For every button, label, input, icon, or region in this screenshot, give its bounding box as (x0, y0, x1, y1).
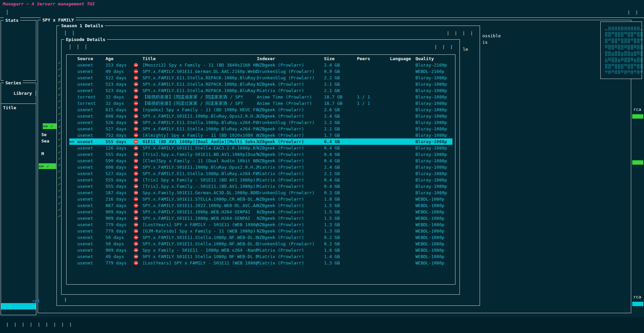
cell-language (390, 158, 415, 164)
table-row[interactable]: usenet 887 days SPY.x.FAMILY.S01E11.2022… (69, 202, 452, 209)
tab-history[interactable] (62, 30, 69, 36)
series-item[interactable] (1, 137, 36, 143)
selected-season-fragment[interactable]: => ✓ (43, 123, 57, 129)
column-header-peers[interactable]: Peers (357, 55, 390, 62)
cell-source: usenet (77, 138, 106, 145)
cell-size: 0.2 GB (324, 241, 357, 247)
series-item[interactable] (1, 169, 36, 175)
series-item[interactable] (1, 143, 36, 150)
tab-manual-search[interactable] (69, 30, 77, 36)
series-item[interactable] (1, 118, 36, 124)
series-item[interactable] (1, 156, 36, 163)
table-row[interactable]: usenet 527 days SPY.x.FAMILY.E11.Stella.… (69, 126, 452, 132)
table-row[interactable]: usenet 126 days SPY.X.FAMILY.S01E11.Stel… (69, 145, 452, 151)
table-row[interactable]: torrent 32 days 【喵萌奶茶屋】[間諜過家家 / 間諜家家酒 / … (69, 94, 452, 100)
series-item[interactable] (1, 112, 36, 118)
table-row[interactable]: usenet 590 days [Cleo]Spy x Family - 11 … (69, 158, 452, 164)
series-item[interactable] (1, 258, 36, 265)
table-row[interactable]: usenet 153 days [Moozzi2] Spy x Family -… (69, 62, 452, 68)
cell-size: 2.1 GB (324, 81, 357, 87)
table-row[interactable]: usenet 522 days SPY.x.FAMILY.E11.Stella.… (69, 75, 452, 81)
table-row[interactable]: usenet 49 days SPY x FAMILY S01E11 Stell… (69, 253, 452, 260)
table-row[interactable]: => usenet 555 days 01E11 (BD AV1 1080p)[… (69, 138, 452, 145)
table-row[interactable]: usenet 555 days [Trix].Spy.x.Family-S01E… (69, 151, 452, 158)
series-item[interactable] (1, 188, 36, 195)
series-item[interactable] (1, 207, 36, 214)
cell-quality: WEBDL-1080p (415, 228, 452, 234)
series-item[interactable] (1, 226, 36, 233)
column-header-age[interactable]: Age (106, 55, 134, 62)
column-header-source[interactable]: Source (77, 55, 106, 62)
table-row[interactable]: usenet 527 days SPY.x.FAMILY.E11.Stella.… (69, 170, 452, 177)
table-row[interactable]: usenet 909 days SPY.x.FAMILY.S01E11.1080… (69, 215, 452, 221)
series-item[interactable] (1, 175, 36, 182)
series-item[interactable] (1, 303, 36, 309)
table-row[interactable]: usenet 555 days [Trix] Spy x Family - S0… (69, 177, 452, 183)
table-row[interactable]: usenet 523 days SPY.x.FAMILY.E11.Stella.… (69, 81, 452, 87)
series-item[interactable] (1, 220, 36, 226)
table-row[interactable]: usenet 615 days [nyadex] Spy x Family - … (69, 107, 452, 113)
rejected-icon (134, 229, 138, 233)
table-row[interactable]: usenet 50 days SPY.x.FAMILY.S01E11.Stell… (69, 241, 452, 247)
cell-size: 1.3 GB (324, 221, 357, 228)
column-header-indexer[interactable]: Indexer (257, 55, 324, 62)
tab-manual-search[interactable] (82, 44, 90, 50)
table-row[interactable]: usenet 608 days SPY.x.FAMILY.S01E11.1080… (69, 113, 452, 119)
series-item[interactable] (1, 131, 36, 137)
table-row[interactable]: usenet 555 days [Trix].Spy.x.Family.-.S0… (69, 183, 452, 190)
series-item[interactable] (1, 297, 36, 303)
cell-source: usenet (77, 107, 106, 113)
column-header-title[interactable]: Title (143, 55, 257, 62)
table-row[interactable]: usenet 50 days SPY.x.FAMILY.S01E11.Stell… (69, 234, 452, 241)
table-row[interactable]: usenet 752 days [Almighty] Spy x Family … (69, 132, 452, 138)
table-row[interactable]: usenet 779 days [LostYears] SPY x FAMILY… (69, 260, 452, 266)
selected-row-fragment[interactable]: => ✓ (39, 163, 56, 169)
table-row[interactable]: usenet 779 days [LostYears] SPY x FAMILY… (69, 221, 452, 228)
cell-quality: Bluray-1080p (415, 183, 452, 190)
series-item[interactable] (1, 284, 36, 290)
series-item[interactable] (1, 290, 36, 297)
table-row[interactable]: usenet 216 days SPY.x.FAMILY.S01E11.STEL… (69, 196, 452, 202)
series-item[interactable] (1, 239, 36, 246)
table-row[interactable]: torrent 32 days 【喵萌奶茶屋】[间谍过家家 / 间谍家家酒 / … (69, 100, 452, 107)
series-item[interactable] (1, 195, 36, 201)
series-item[interactable] (1, 278, 36, 284)
table-row[interactable]: usenet 909 days SPY.x.FAMILY.S01E11.1080… (69, 209, 452, 215)
series-item[interactable] (1, 233, 36, 239)
cell-quality: WEBDL-1080p (415, 253, 452, 260)
tab-sonarr[interactable] (3, 9, 11, 15)
field-label (40, 60, 56, 67)
tab-library[interactable]: Library (13, 91, 37, 96)
series-item[interactable] (1, 201, 36, 207)
series-item[interactable] (1, 252, 36, 258)
cell-quality: WEBDL-1080p (415, 241, 452, 247)
series-item[interactable] (1, 265, 36, 271)
table-row[interactable]: usenet 526 days SPY.x.FAMILY.E11.Stella.… (69, 119, 452, 126)
column-header-quality[interactable]: Quality (415, 55, 452, 62)
tab-history[interactable] (66, 44, 74, 50)
series-item[interactable] (1, 309, 36, 316)
series-item[interactable] (1, 246, 36, 252)
tab-file[interactable] (74, 44, 82, 50)
series-item[interactable] (1, 214, 36, 220)
cell-title: [Moozzi2] Spy x Family - 11 (BD 3840x216… (143, 62, 257, 68)
table-row[interactable]: usenet 608 days SPY.x.FAMILY.S01E11.1080… (69, 164, 452, 170)
series-item[interactable] (1, 124, 36, 131)
rejected-icon (134, 248, 138, 252)
cell-peers (357, 247, 390, 253)
series-item[interactable] (1, 163, 36, 169)
selection-cursor (69, 260, 77, 266)
table-row[interactable]: usenet 523 days SPY.x.FAMILY.E11.Stella.… (69, 87, 452, 94)
series-item[interactable] (1, 150, 36, 156)
table-row[interactable]: usenet 49 days SPY.x.FAMILY.S01E11.Germa… (69, 68, 452, 75)
column-header-size[interactable]: Size (324, 55, 357, 62)
cell-rejection (134, 138, 143, 145)
table-row[interactable]: usenet 779 days [GJM-Kaleido] Spy x Fami… (69, 228, 452, 234)
series-item[interactable] (1, 182, 36, 188)
cell-indexer: NZBgeek (Prowlarr) (257, 158, 324, 164)
column-header-language[interactable]: Language (390, 55, 415, 62)
table-row[interactable]: usenet 187 days Spy.x.Family.S01E11.Germ… (69, 190, 452, 196)
cell-peers (357, 68, 390, 75)
series-item[interactable] (1, 271, 36, 278)
table-row[interactable]: usenet 909 days Spy x Family - S01E11 - … (69, 247, 452, 253)
